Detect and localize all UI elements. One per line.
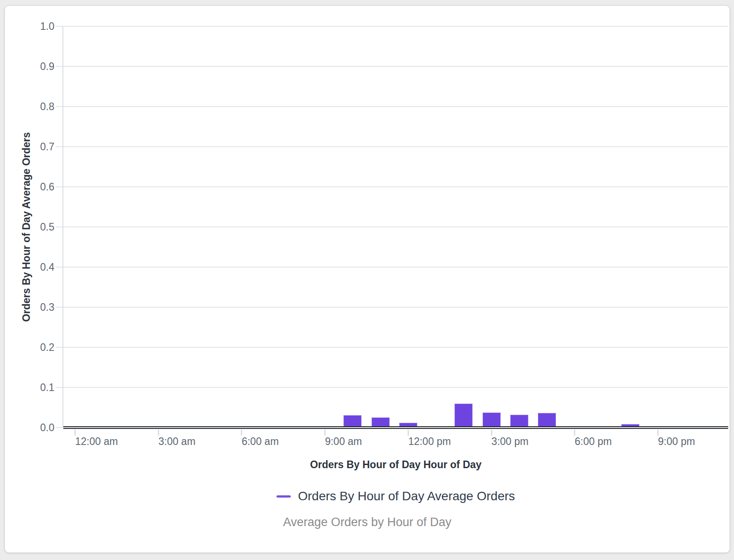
x-axis-tick — [158, 430, 159, 436]
x-axis-tick — [241, 430, 242, 436]
x-axis-tick — [408, 430, 409, 436]
gridline — [63, 387, 728, 388]
y-axis-tick-label: 0.8 — [23, 100, 54, 113]
y-axis-tick-label: 0.3 — [23, 301, 54, 313]
y-axis-tick-label: 0.0 — [23, 421, 54, 434]
bar[interactable] — [510, 415, 528, 428]
x-axis-line — [63, 426, 728, 429]
x-axis-tick-label: 3:00 pm — [491, 436, 528, 448]
gridline — [63, 347, 728, 348]
gridline — [63, 106, 728, 107]
x-axis-tick — [657, 430, 659, 436]
legend-series-marker-icon — [276, 495, 291, 498]
x-axis-tick-label: 3:00 am — [158, 436, 195, 448]
x-axis-tick-label: 12:00 pm — [408, 436, 451, 448]
x-axis-title: Orders By Hour of Day Hour of Day — [63, 459, 728, 471]
x-axis-tick-label: 12:00 am — [75, 436, 118, 448]
y-axis-tick-label: 0.6 — [23, 181, 54, 193]
y-axis-tick-label: 0.2 — [23, 341, 54, 354]
legend[interactable]: Orders By Hour of Day Average Orders — [63, 487, 728, 505]
y-axis-tick-label: 0.4 — [23, 261, 54, 273]
gridline — [63, 66, 728, 67]
y-axis-tick-label: 0.1 — [23, 381, 54, 394]
bar[interactable] — [343, 415, 362, 428]
legend-series-label: Orders By Hour of Day Average Orders — [298, 488, 515, 504]
gridline — [63, 267, 728, 268]
bar[interactable] — [482, 412, 501, 428]
y-axis-tick-label: 0.7 — [23, 140, 54, 153]
bar[interactable] — [538, 413, 556, 428]
gridline — [63, 146, 728, 147]
y-axis-tick-label: 1.0 — [23, 20, 54, 33]
chart-title: Average Orders by Hour of Day — [5, 515, 730, 529]
chart-card: Orders By Hour of Day Average Orders 0.0… — [4, 5, 730, 553]
gridline — [63, 226, 728, 227]
y-axis-line — [62, 26, 63, 428]
x-axis-tick-label: 9:00 am — [325, 436, 362, 448]
x-axis-tick — [491, 430, 492, 436]
x-axis-tick-label: 9:00 pm — [658, 436, 695, 448]
y-axis-tick-label: 0.5 — [23, 221, 54, 233]
x-axis-tick — [574, 430, 575, 436]
gridline — [63, 186, 728, 187]
x-axis-tick-label: 6:00 pm — [575, 436, 612, 448]
bar[interactable] — [454, 404, 473, 428]
x-axis-tick — [324, 430, 326, 436]
x-axis-tick — [74, 430, 76, 436]
gridline — [63, 26, 728, 27]
plot-area: 0.00.10.20.30.40.50.60.70.80.91.012:00 a… — [63, 26, 728, 428]
gridline — [63, 307, 728, 308]
y-axis-tick-label: 0.9 — [23, 60, 54, 73]
page-background: Orders By Hour of Day Average Orders 0.0… — [0, 0, 734, 560]
x-axis-tick-label: 6:00 am — [242, 436, 279, 448]
